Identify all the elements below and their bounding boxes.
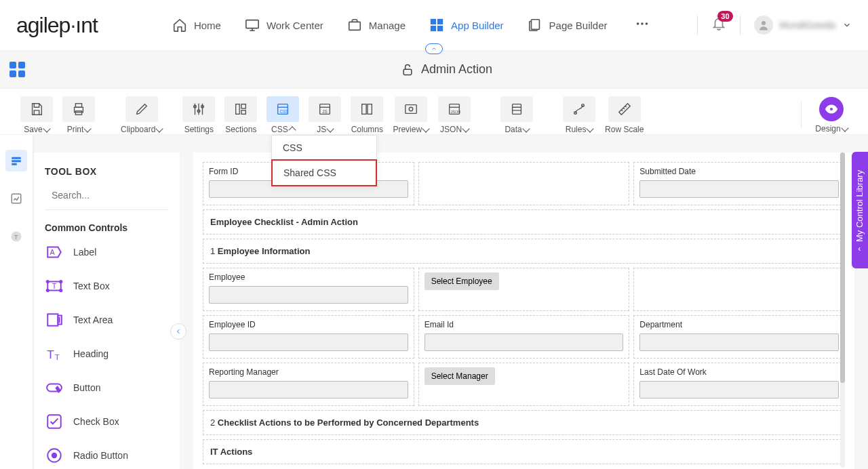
top-nav: Home Work Center Manage App Builder Page… [172, 16, 650, 34]
rowscale-button[interactable]: Row Scale [605, 96, 644, 134]
user-menu[interactable]: MuraliGowda [754, 16, 852, 35]
svg-point-10 [762, 21, 766, 25]
control-checkbox[interactable]: Check Box [45, 412, 169, 431]
nav-page-builder[interactable]: Page Builder [528, 18, 608, 33]
field-submitted-date[interactable]: Submitted Date [633, 162, 845, 205]
svg-rect-6 [531, 20, 539, 30]
svg-rect-2 [431, 20, 435, 24]
unlock-icon [401, 63, 414, 77]
employee-input[interactable] [209, 286, 408, 304]
section-checklist-actions[interactable]: 2 Checklist Actions to be Performed by C… [203, 410, 845, 435]
dept-input[interactable] [639, 333, 839, 351]
svg-rect-19 [241, 104, 245, 108]
rules-button[interactable]: Rules [563, 96, 595, 134]
submitted-input[interactable] [639, 180, 839, 198]
js-button[interactable]: JS JS [309, 96, 341, 134]
collapse-header-button[interactable] [425, 43, 443, 54]
rail-text[interactable]: T [5, 226, 27, 247]
data-button[interactable]: Data [500, 96, 533, 134]
control-textbox[interactable]: TText Box [45, 277, 169, 295]
control-library-tab[interactable]: ‹ My Control Library [852, 152, 868, 268]
select-manager-button[interactable]: Select Manager [425, 367, 495, 385]
section-it-actions[interactable]: IT Actions [203, 439, 845, 464]
rail-analytics[interactable] [5, 188, 27, 209]
chart-icon [10, 192, 22, 205]
field-last-date[interactable]: Last Date Of Work [633, 363, 845, 406]
svg-point-34 [829, 107, 833, 111]
data-icon [509, 102, 524, 117]
emp-id-input[interactable] [209, 333, 408, 351]
textbox-icon: T [45, 277, 63, 295]
ruler-icon [617, 102, 632, 117]
json-icon: JSON [447, 102, 462, 117]
shared-css-option[interactable]: Shared CSS [271, 159, 377, 186]
notification-badge: 30 [717, 11, 732, 22]
control-textarea[interactable]: Text Area [45, 310, 169, 329]
field-department[interactable]: Department [633, 315, 845, 359]
nav-app-builder[interactable]: App Builder [429, 18, 504, 33]
field-employee-id[interactable]: Employee ID [203, 315, 414, 359]
field-employee[interactable]: Employee [203, 268, 414, 311]
control-label[interactable]: ALabel [45, 243, 169, 262]
avatar-icon [754, 16, 773, 35]
design-button[interactable]: Design [815, 97, 848, 134]
json-button[interactable]: JSON JSON [438, 96, 471, 134]
settings-button[interactable]: Settings [182, 96, 215, 134]
last-date-input[interactable] [639, 381, 839, 399]
notifications[interactable]: 30 [711, 16, 726, 34]
field-email[interactable]: Email Id [418, 315, 630, 359]
svg-rect-36 [12, 160, 21, 162]
checkbox-icon [45, 413, 63, 430]
field-reporting-manager[interactable]: Reporting Manager [203, 363, 414, 406]
pencil-icon [134, 102, 149, 117]
control-button[interactable]: Button [45, 378, 169, 397]
columns-button[interactable]: Columns [351, 96, 383, 134]
svg-rect-11 [403, 69, 412, 75]
nav-manage-label: Manage [369, 20, 406, 31]
field-empty[interactable] [418, 162, 630, 205]
page-title-text: Admin Action [421, 62, 492, 77]
nav-more[interactable] [635, 16, 650, 34]
select-employee-button[interactable]: Select Employee [425, 272, 499, 290]
sliders-icon [191, 102, 206, 117]
scrollbar-track[interactable] [840, 152, 845, 468]
sections-button[interactable]: Sections [224, 96, 257, 134]
scrollbar-thumb[interactable] [840, 152, 845, 383]
control-heading[interactable]: TTHeading [45, 344, 169, 363]
field-select-manager[interactable]: Select Manager [418, 363, 630, 406]
divider [697, 16, 698, 35]
chevron-down-icon [587, 125, 594, 132]
css-option[interactable]: CSS [272, 136, 376, 160]
toolbox-panel: TOOL BOX Common Controls ALabel TText Bo… [34, 152, 180, 469]
search-input[interactable] [52, 190, 170, 201]
svg-text:T: T [47, 348, 54, 361]
clipboard-button[interactable]: Clipboard [121, 96, 162, 134]
apps-icon[interactable] [9, 62, 25, 77]
briefcase-icon [347, 18, 362, 33]
heading-icon: TT [45, 345, 63, 363]
svg-rect-13 [75, 103, 81, 107]
rail-toolbox[interactable] [5, 150, 27, 171]
button-icon [45, 379, 63, 396]
nav-manage[interactable]: Manage [347, 18, 406, 33]
rep-mgr-input[interactable] [209, 381, 408, 399]
nav-home[interactable]: Home [172, 18, 221, 33]
section-employee-info[interactable]: 1 Employee Information [203, 239, 845, 264]
save-button[interactable]: Save [20, 96, 53, 134]
toolbox-search [45, 189, 169, 210]
collapse-toolbox-button[interactable] [170, 323, 186, 340]
control-radio[interactable]: Radio Button [45, 446, 169, 465]
field-select-employee[interactable]: Select Employee [418, 268, 630, 311]
css-button[interactable]: CSS CSS [267, 96, 299, 134]
email-input[interactable] [425, 333, 624, 351]
field-empty[interactable] [633, 268, 845, 311]
chevron-down-icon [84, 125, 92, 132]
section-checklist[interactable]: Employee Checklist - Admin Action [203, 209, 845, 234]
css-dropdown: CSS Shared CSS [271, 135, 377, 186]
svg-rect-26 [368, 104, 372, 114]
chevron-down-icon [841, 124, 848, 131]
text-icon: T [10, 230, 22, 243]
nav-work-center[interactable]: Work Center [245, 18, 323, 33]
preview-button[interactable]: Preview [393, 96, 429, 134]
print-button[interactable]: Print [62, 96, 95, 134]
